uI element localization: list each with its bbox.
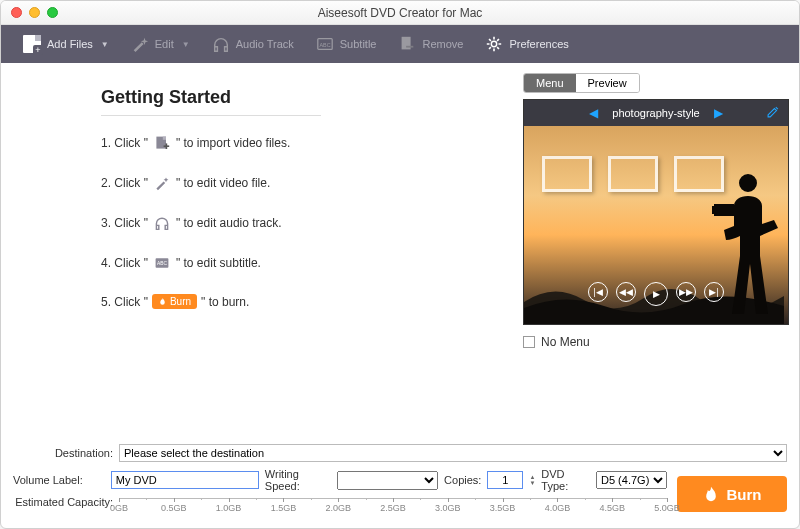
edit-template-button[interactable] bbox=[766, 105, 780, 122]
destination-select[interactable]: Please select the destination bbox=[119, 444, 787, 462]
template-name: photography-style bbox=[612, 107, 699, 119]
copies-spinner[interactable]: ▲▼ bbox=[529, 474, 535, 486]
skip-forward-button[interactable]: ▶| bbox=[704, 282, 724, 302]
titlebar: Aiseesoft DVD Creator for Mac bbox=[1, 1, 799, 25]
add-file-icon: + bbox=[23, 35, 41, 53]
preview-canvas: |◀ ◀◀ ▶ ▶▶ ▶| bbox=[524, 126, 788, 324]
tab-menu[interactable]: Menu bbox=[524, 74, 576, 92]
menu-preview: ◀ photography-style ▶ bbox=[523, 99, 789, 325]
add-files-label: Add Files bbox=[47, 38, 93, 50]
headphones-icon bbox=[212, 35, 230, 53]
getting-started-heading: Getting Started bbox=[101, 87, 321, 116]
svg-text:ABC: ABC bbox=[319, 42, 330, 48]
edit-button[interactable]: Edit ▼ bbox=[121, 31, 200, 57]
remove-file-icon bbox=[398, 35, 416, 53]
thumbnail-frame bbox=[542, 156, 592, 192]
destination-label: Destination: bbox=[13, 447, 113, 459]
chevron-down-icon: ▼ bbox=[182, 40, 190, 49]
writing-speed-select[interactable] bbox=[337, 471, 438, 490]
svg-rect-3 bbox=[407, 46, 414, 48]
forward-button[interactable]: ▶▶ bbox=[676, 282, 696, 302]
no-menu-label: No Menu bbox=[541, 335, 590, 349]
svg-rect-12 bbox=[712, 206, 716, 214]
step-1: 1. Click " " to import video files. bbox=[101, 134, 513, 152]
subtitle-icon: ABC bbox=[152, 254, 172, 272]
subtitle-label: Subtitle bbox=[340, 38, 377, 50]
step-4: 4. Click " ABC " to edit subtitle. bbox=[101, 254, 513, 272]
content-area: Getting Started 1. Click " " to import v… bbox=[1, 63, 799, 440]
preferences-button[interactable]: Preferences bbox=[475, 31, 578, 57]
subtitle-button[interactable]: ABC Subtitle bbox=[306, 31, 387, 57]
audio-track-button[interactable]: Audio Track bbox=[202, 31, 304, 57]
flame-icon bbox=[158, 297, 167, 306]
flame-icon bbox=[703, 486, 719, 502]
settings-row: Volume Label: Writing Speed: Copies: ▲▼ … bbox=[13, 468, 787, 520]
gear-icon bbox=[485, 35, 503, 53]
no-menu-checkbox[interactable] bbox=[523, 336, 535, 348]
no-menu-option[interactable]: No Menu bbox=[523, 335, 789, 349]
svg-rect-8 bbox=[166, 143, 168, 149]
burn-mini-badge: Burn bbox=[152, 294, 197, 309]
dvd-type-select[interactable]: D5 (4.7G) bbox=[596, 471, 667, 489]
preview-panel: Menu Preview ◀ photography-style ▶ bbox=[523, 73, 789, 440]
dvd-type-label: DVD Type: bbox=[541, 468, 590, 492]
svg-rect-6 bbox=[163, 137, 166, 140]
bottom-panel: Destination: Please select the destinati… bbox=[1, 440, 799, 528]
svg-rect-11 bbox=[714, 204, 734, 216]
thumbnail-frames bbox=[542, 156, 724, 192]
capacity-ruler: 0GB0.5GB1.0GB1.5GB2.0GB2.5GB3.0GB3.5GB4.… bbox=[119, 498, 667, 520]
writing-speed-label: Writing Speed: bbox=[265, 468, 331, 492]
window-title: Aiseesoft DVD Creator for Mac bbox=[1, 6, 799, 20]
prev-template-button[interactable]: ◀ bbox=[589, 106, 598, 120]
destination-row: Destination: Please select the destinati… bbox=[13, 444, 787, 462]
app-window: Aiseesoft DVD Creator for Mac + Add File… bbox=[0, 0, 800, 529]
svg-point-4 bbox=[492, 41, 497, 46]
getting-started-panel: Getting Started 1. Click " " to import v… bbox=[11, 73, 513, 440]
add-file-icon bbox=[152, 134, 172, 152]
preview-tabs: Menu Preview bbox=[523, 73, 640, 93]
play-button[interactable]: ▶ bbox=[644, 282, 668, 306]
audio-track-label: Audio Track bbox=[236, 38, 294, 50]
wand-icon bbox=[152, 174, 172, 192]
next-template-button[interactable]: ▶ bbox=[714, 106, 723, 120]
burn-button[interactable]: Burn bbox=[677, 476, 787, 512]
estimated-capacity-label: Estimated Capacity: bbox=[13, 496, 113, 508]
svg-text:ABC: ABC bbox=[157, 261, 167, 266]
edit-label: Edit bbox=[155, 38, 174, 50]
preferences-label: Preferences bbox=[509, 38, 568, 50]
burn-button-label: Burn bbox=[727, 486, 762, 503]
step-5: 5. Click " Burn " to burn. bbox=[101, 294, 513, 309]
chevron-down-icon: ▼ bbox=[101, 40, 109, 49]
add-files-button[interactable]: + Add Files ▼ bbox=[13, 31, 119, 57]
preview-header: ◀ photography-style ▶ bbox=[524, 100, 788, 126]
headphones-icon bbox=[152, 214, 172, 232]
capacity-row: Estimated Capacity: 0GB0.5GB1.0GB1.5GB2.… bbox=[13, 496, 667, 520]
step-2: 2. Click " " to edit video file. bbox=[101, 174, 513, 192]
tab-preview[interactable]: Preview bbox=[576, 74, 639, 92]
copies-input[interactable] bbox=[487, 471, 523, 489]
rewind-button[interactable]: ◀◀ bbox=[616, 282, 636, 302]
remove-button[interactable]: Remove bbox=[388, 31, 473, 57]
playback-controls: |◀ ◀◀ ▶ ▶▶ ▶| bbox=[588, 282, 724, 306]
volume-label-input[interactable] bbox=[111, 471, 259, 489]
step-3: 3. Click " " to edit audio track. bbox=[101, 214, 513, 232]
skip-back-button[interactable]: |◀ bbox=[588, 282, 608, 302]
copies-label: Copies: bbox=[444, 474, 481, 486]
toolbar: + Add Files ▼ Edit ▼ Audio Track ABC Sub… bbox=[1, 25, 799, 63]
remove-label: Remove bbox=[422, 38, 463, 50]
wand-icon bbox=[131, 35, 149, 53]
volume-label-label: Volume Label: bbox=[13, 474, 105, 486]
edit-icon bbox=[766, 105, 780, 119]
subtitle-icon: ABC bbox=[316, 35, 334, 53]
thumbnail-frame bbox=[608, 156, 658, 192]
